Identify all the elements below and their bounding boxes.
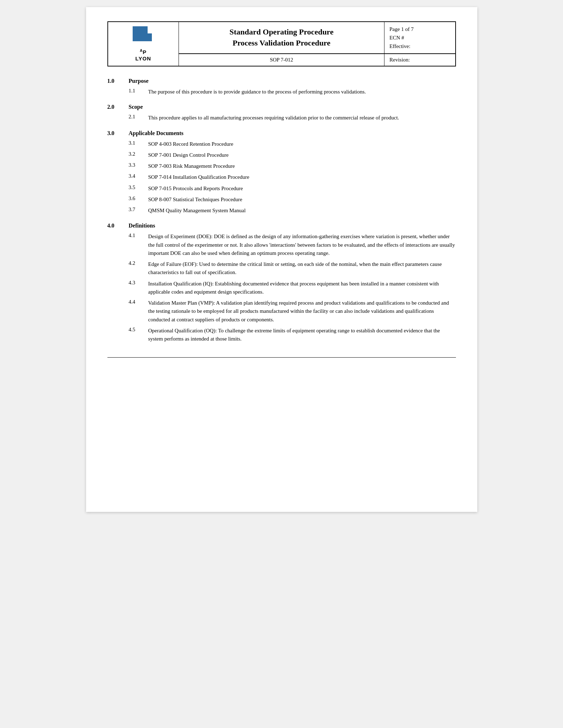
section-3-item-4: 3.4 SOP 7-014 Installation Qualification… <box>107 173 456 181</box>
subsection-3-1-text: SOP 4-003 Record Retention Procedure <box>148 140 233 148</box>
section-4-item-5: 4.5 Operational Qualification (OQ): To c… <box>107 327 456 343</box>
section-4-header: 4.0 Definitions <box>107 223 456 229</box>
sop-number-cell: SOP 7-012 <box>179 54 384 66</box>
section-3-item-2: 3.2 SOP 7-001 Design Control Procedure <box>107 151 456 159</box>
section-1-item-1: 1.1 The purpose of this procedure is to … <box>107 88 456 96</box>
section-3-item-5: 3.5 SOP 7-015 Protocols and Reports Proc… <box>107 184 456 193</box>
subsection-4-3-num: 4.3 <box>129 280 148 286</box>
revision-label: Revision: <box>389 57 410 63</box>
subsection-4-2-text: Edge of Failure (EOF): Used to determine… <box>148 260 456 277</box>
section-3-item-6: 3.6 SOP 8-007 Statistical Techniques Pro… <box>107 196 456 204</box>
subsection-4-2-num: 4.2 <box>129 260 148 266</box>
subsection-3-2-text: SOP 7-001 Design Control Procedure <box>148 151 229 159</box>
revision-cell: Revision: <box>384 54 456 66</box>
logo-square-accent <box>144 33 152 41</box>
title-line2: Process Validation Procedure <box>233 38 330 47</box>
subsection-2-1-text: This procedure applies to all manufactur… <box>148 114 399 122</box>
logo-ap: AP <box>140 49 147 55</box>
subsection-4-5-text: Operational Qualification (OQ): To chall… <box>148 327 456 343</box>
subsection-4-4-text: Validation Master Plan (VMP): A validati… <box>148 299 456 324</box>
section-2-item-1: 2.1 This procedure applies to all manufa… <box>107 114 456 122</box>
section-3-title: Applicable Documents <box>129 130 184 136</box>
logo-text: AP LYON <box>113 49 174 62</box>
section-1: 1.0 Purpose 1.1 The purpose of this proc… <box>107 78 456 96</box>
subsection-4-3-text: Installation Qualification (IQ): Establi… <box>148 280 456 296</box>
document-title-cell: Standard Operating Procedure Process Val… <box>179 22 384 54</box>
subsection-3-1-num: 3.1 <box>129 140 148 146</box>
subsection-1-1-text: The purpose of this procedure is to prov… <box>148 88 366 96</box>
subsection-3-3-text: SOP 7-003 Risk Management Procedure <box>148 162 235 170</box>
document-header: AP LYON Standard Operating Procedure Pro… <box>107 21 456 66</box>
section-2-num: 2.0 <box>107 104 129 110</box>
subsection-3-5-text: SOP 7-015 Protocols and Reports Procedur… <box>148 184 243 193</box>
page-number: Page 1 of 7 <box>389 25 450 33</box>
section-3-item-1: 3.1 SOP 4-003 Record Retention Procedure <box>107 140 456 148</box>
section-2-header: 2.0 Scope <box>107 104 456 110</box>
section-2: 2.0 Scope 2.1 This procedure applies to … <box>107 104 456 122</box>
subsection-4-1-num: 4.1 <box>129 232 148 239</box>
section-4-item-2: 4.2 Edge of Failure (EOF): Used to deter… <box>107 260 456 277</box>
subsection-2-1-num: 2.1 <box>129 114 148 120</box>
subsection-3-6-text: SOP 8-007 Statistical Techniques Procedu… <box>148 196 243 204</box>
section-4-num: 4.0 <box>107 223 129 229</box>
subsection-3-2-num: 3.2 <box>129 151 148 157</box>
section-4-title: Definitions <box>129 223 155 229</box>
subsection-3-4-text: SOP 7-014 Installation Qualification Pro… <box>148 173 249 181</box>
subsection-4-1-text: Design of Experiment (DOE): DOE is defin… <box>148 232 456 257</box>
section-3: 3.0 Applicable Documents 3.1 SOP 4-003 R… <box>107 130 456 215</box>
subsection-3-7-num: 3.7 <box>129 207 148 213</box>
ecn-label: ECN # <box>389 33 450 42</box>
section-3-header: 3.0 Applicable Documents <box>107 130 456 136</box>
subsection-3-7-text: QMSM Quality Management System Manual <box>148 207 246 215</box>
section-3-item-7: 3.7 QMSM Quality Management System Manua… <box>107 207 456 215</box>
subsection-3-3-num: 3.3 <box>129 162 148 168</box>
subsection-4-5-num: 4.5 <box>129 327 148 333</box>
logo-p: P <box>143 49 147 55</box>
document-body: 1.0 Purpose 1.1 The purpose of this proc… <box>107 78 456 343</box>
title-line1: Standard Operating Procedure <box>229 27 334 36</box>
page-info-cell: Page 1 of 7 ECN # Effective: <box>384 22 456 54</box>
section-4: 4.0 Definitions 4.1 Design of Experiment… <box>107 223 456 343</box>
subsection-4-4-num: 4.4 <box>129 299 148 305</box>
document-page: AP LYON Standard Operating Procedure Pro… <box>86 7 477 512</box>
subsection-3-5-num: 3.5 <box>129 184 148 191</box>
section-2-title: Scope <box>129 104 143 110</box>
section-1-title: Purpose <box>129 78 149 84</box>
section-4-item-1: 4.1 Design of Experiment (DOE): DOE is d… <box>107 232 456 257</box>
logo-cell: AP LYON <box>108 22 179 66</box>
subsection-3-4-num: 3.4 <box>129 173 148 179</box>
section-3-item-3: 3.3 SOP 7-003 Risk Management Procedure <box>107 162 456 170</box>
sop-number: SOP 7-012 <box>270 57 293 63</box>
logo-lyon: LYON <box>136 55 151 61</box>
section-1-num: 1.0 <box>107 78 129 84</box>
subsection-1-1-num: 1.1 <box>129 88 148 94</box>
footer-divider <box>107 357 456 360</box>
section-4-item-4: 4.4 Validation Master Plan (VMP): A vali… <box>107 299 456 324</box>
section-4-item-3: 4.3 Installation Qualification (IQ): Est… <box>107 280 456 296</box>
ap-lyon-logo-icon <box>133 26 154 46</box>
subsection-3-6-num: 3.6 <box>129 196 148 202</box>
section-3-num: 3.0 <box>107 130 129 136</box>
effective-label: Effective: <box>389 42 450 50</box>
section-1-header: 1.0 Purpose <box>107 78 456 84</box>
